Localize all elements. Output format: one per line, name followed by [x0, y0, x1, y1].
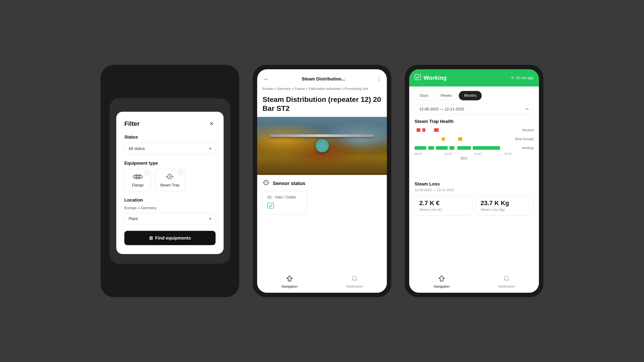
- page-title: Steam Distribution...: [302, 76, 345, 81]
- pipe-overlay: [270, 134, 374, 137]
- blocked-bar-1: [416, 128, 420, 132]
- refresh-info: ↻ 23 min ago: [511, 76, 534, 80]
- flange-option[interactable]: Flange: [124, 169, 151, 191]
- x-label-3: 11-07: [474, 152, 482, 156]
- flange-icon: [133, 173, 143, 181]
- refresh-icon: ↻: [511, 76, 514, 80]
- find-icon: ⊞: [149, 235, 153, 241]
- chart-year: 2021: [414, 156, 514, 160]
- p3-nav-notification-label: Notification: [498, 285, 515, 288]
- svg-rect-16: [415, 74, 420, 80]
- loss-value-euro: 2.7 K €: [419, 200, 468, 207]
- valve-visual: [316, 139, 329, 152]
- blocked-bar-3: [434, 128, 439, 132]
- nav-navigation-label: Navigation: [282, 285, 298, 288]
- equipment-type-label: Equipment type: [124, 161, 216, 166]
- more-menu-button[interactable]: ⋮: [376, 76, 382, 82]
- find-equipments-button[interactable]: ⊞ Find equipments: [124, 231, 216, 245]
- steam-loss-date: 12-05-2022 — 12-11-2022: [414, 188, 534, 192]
- date-range-text: 12-05-2022 — 12-11-2022: [419, 107, 464, 111]
- x-label-2: 10-07: [444, 152, 452, 156]
- find-btn-label: Find equipments: [155, 236, 191, 241]
- steamtrap-option[interactable]: Steam Trap: [155, 169, 185, 191]
- phone-filter: Filter ✕ Status All status ▾ Equipment t…: [100, 65, 239, 297]
- phone-health: Working ↻ 23 min ago Days Weeks Months 1…: [405, 65, 544, 297]
- tab-months[interactable]: Months: [459, 91, 482, 100]
- svg-rect-2: [134, 178, 141, 179]
- blocked-row: Blocked: [414, 128, 534, 132]
- steamtrap-icon: [165, 173, 175, 181]
- working-badge: Working: [414, 74, 447, 81]
- working-bar-5: [457, 146, 471, 150]
- sensor-title: Sensor status: [273, 181, 306, 186]
- plant-dropdown[interactable]: Plant ▾: [124, 213, 216, 225]
- health-content: Days Weeks Months 12-05-2022 — 12-11-202…: [409, 86, 539, 279]
- blowthrough-row: Blow through: [414, 137, 534, 141]
- p3-nav-navigation[interactable]: Navigation: [409, 275, 474, 288]
- loss-card-euro: 2.7 K € Steam Loss (€): [414, 195, 472, 216]
- status-dropdown[interactable]: All status ▾: [124, 143, 216, 154]
- svg-rect-3: [136, 175, 137, 179]
- equipment-image: [257, 117, 387, 175]
- equipment-type-options: Flange Steam Trap: [124, 169, 216, 191]
- nav-notification-label: Notification: [346, 285, 363, 288]
- blow-bar-1: [442, 137, 445, 141]
- notification-icon: [352, 275, 357, 283]
- nav-notification[interactable]: Notification: [322, 275, 387, 288]
- nav-navigation[interactable]: Navigation: [257, 275, 322, 288]
- loss-label-euro: Steam Loss (€): [419, 208, 468, 211]
- phone-steam-screen: ← Steam Distribution... ⋮ Europe » Germa…: [257, 69, 387, 293]
- plant-value: Plant: [128, 217, 138, 221]
- tab-weeks[interactable]: Weeks: [435, 91, 457, 100]
- tab-days[interactable]: Days: [414, 91, 434, 100]
- sensor-card[interactable]: S1 - Inlet / Outlet: [262, 191, 307, 214]
- location-breadcrumb: Europe » Germany: [124, 206, 216, 210]
- steam-loss-title: Steam Loss: [414, 181, 534, 187]
- steam-dist-header: ← Steam Distribution... ⋮: [257, 69, 387, 86]
- date-range-selector[interactable]: 12-05-2022 — 12-11-2022 ✏: [414, 104, 534, 114]
- close-button[interactable]: ✕: [208, 120, 216, 128]
- x-label-4: 12-07: [504, 152, 512, 156]
- flange-checkbox[interactable]: [145, 171, 149, 175]
- time-tabs: Days Weeks Months: [409, 86, 539, 104]
- plant-chevron-icon: ▾: [209, 216, 211, 221]
- p3-nav-notification[interactable]: Notification: [474, 275, 539, 288]
- health-section: Steam Trap Health Blocked: [409, 119, 539, 177]
- p3-navigation-icon: [438, 275, 445, 283]
- working-label: Working: [514, 146, 534, 150]
- working-header: Working ↻ 23 min ago: [409, 69, 539, 86]
- blocked-label: Blocked: [514, 128, 534, 132]
- svg-rect-0: [133, 176, 142, 178]
- working-status-text: Working: [424, 74, 447, 81]
- sensor-header: Sensor status: [262, 179, 382, 187]
- working-bar-1: [414, 146, 426, 150]
- p3-notification-icon: [504, 275, 510, 283]
- blowthrough-label: Blow through: [514, 137, 534, 141]
- filter-title: Filter: [124, 120, 140, 127]
- location-label: Location: [124, 198, 216, 203]
- back-button[interactable]: ←: [262, 75, 270, 83]
- steam-loss-section: Steam Loss 12-05-2022 — 12-11-2022 2.7 K…: [409, 177, 539, 220]
- loss-value-kg: 23.7 K Kg: [480, 200, 529, 207]
- svg-marker-17: [439, 276, 444, 281]
- status-value: All status: [128, 146, 145, 151]
- filter-header: Filter ✕: [124, 120, 216, 128]
- equipment-title: Steam Distribution (repeater 12) 20 Bar …: [257, 95, 387, 117]
- phone-steam-dist: ← Steam Distribution... ⋮ Europe » Germa…: [253, 65, 391, 297]
- chevron-down-icon: ▾: [209, 146, 211, 151]
- blowthrough-bars: [414, 137, 512, 141]
- sensor-status-check-icon: [267, 203, 302, 210]
- status-label: Status: [124, 134, 216, 140]
- sensor-icon: [262, 179, 270, 187]
- navigation-icon: [286, 275, 293, 283]
- working-bars: [414, 145, 512, 150]
- steamtrap-checkbox[interactable]: [179, 171, 183, 175]
- working-bar-4: [450, 146, 454, 150]
- loss-label-kg: Steam Loss (kg): [480, 208, 529, 211]
- working-row: Working: [414, 145, 534, 150]
- loss-cards: 2.7 K € Steam Loss (€) 23.7 K Kg Steam L…: [414, 195, 534, 216]
- svg-rect-1: [134, 175, 141, 176]
- health-chart-title: Steam Trap Health: [414, 119, 534, 124]
- steamtrap-label: Steam Trap: [160, 183, 180, 187]
- blocked-bar-2: [422, 128, 425, 132]
